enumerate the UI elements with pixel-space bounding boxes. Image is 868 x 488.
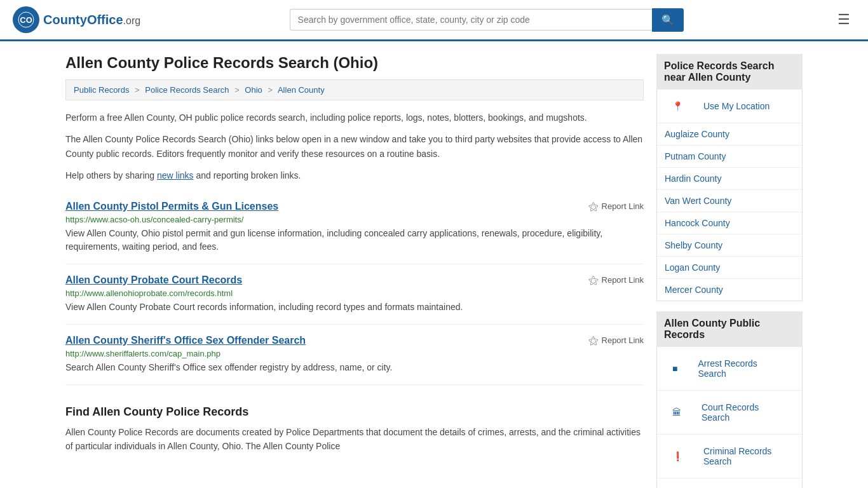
main-container: Allen County Police Records Search (Ohio… (53, 41, 815, 488)
public-records-icon-1: 🏛 (665, 402, 689, 423)
public-records-icon-2: ❗ (665, 445, 691, 467)
public-records-icon-0: ■ (665, 358, 685, 379)
content-area: Allen County Police Records Search (Ohio… (65, 54, 644, 488)
nearby-county-item[interactable]: Auglaize County (657, 123, 802, 146)
result-url-2[interactable]: http://www.sheriffalerts.com/cap_main.ph… (65, 349, 644, 358)
description-2: The Allen County Police Records Search (… (65, 132, 644, 161)
public-records-list: ■ Arrest Records Search 🏛 Court Records … (656, 347, 803, 488)
nearby-county-link-4[interactable]: Hancock County (657, 212, 802, 234)
breadcrumb-public-records[interactable]: Public Records (74, 85, 129, 95)
sidebar: Police Records Search near Allen County … (656, 54, 803, 488)
results-container: Allen County Pistol Permits & Gun Licens… (65, 191, 644, 385)
report-icon-0: ⚝ (588, 201, 599, 212)
nearby-county-item[interactable]: Shelby County (657, 234, 802, 257)
location-pin-icon: 📍 (665, 95, 691, 117)
use-location-item[interactable]: 📍 Use My Location (657, 90, 802, 123)
logo-text: CountyOffice.org (43, 13, 140, 27)
public-records-item[interactable]: 🏛 Court Records Search (657, 391, 802, 435)
result-item: Allen County Pistol Permits & Gun Licens… (65, 191, 644, 264)
nearby-county-link-5[interactable]: Shelby County (657, 234, 802, 256)
result-url-0[interactable]: https://www.acso-oh.us/concealed-carry-p… (65, 215, 644, 224)
result-item: Allen County Probate Court Records ⚝ Rep… (65, 264, 644, 325)
result-title-0[interactable]: Allen County Pistol Permits & Gun Licens… (65, 201, 278, 212)
nearby-county-item[interactable]: Mercer County (657, 279, 802, 301)
page-title: Allen County Police Records Search (Ohio… (65, 54, 644, 72)
find-section: Find Allen County Police Records Allen C… (65, 395, 644, 454)
public-records-link-0[interactable]: ■ Arrest Records Search (657, 347, 802, 390)
nearby-county-link-0[interactable]: Auglaize County (657, 123, 802, 145)
nearby-county-link-2[interactable]: Hardin County (657, 168, 802, 189)
nearby-county-list: 📍 Use My Location Auglaize CountyPutnam … (656, 90, 803, 301)
result-desc-1: View Allen County Probate Court records … (65, 301, 644, 314)
public-records-label-2: Criminal Records Search (696, 440, 794, 472)
public-records-label-1: Court Records Search (694, 396, 794, 428)
search-input[interactable] (290, 9, 652, 30)
logo-area: CO CountyOffice.org (13, 6, 140, 33)
public-records-label-3: Driving Records Search (696, 484, 794, 488)
nearby-county-item[interactable]: Putnam County (657, 146, 802, 168)
nearby-county-item[interactable]: Hancock County (657, 212, 802, 234)
report-icon-1: ⚝ (588, 274, 599, 286)
report-label-0: Report Link (602, 201, 644, 211)
breadcrumb: Public Records > Police Records Search >… (65, 79, 644, 100)
logo-icon: CO (13, 6, 39, 33)
result-title-1[interactable]: Allen County Probate Court Records (65, 274, 242, 286)
menu-button[interactable]: ☰ (832, 9, 855, 30)
find-description: Allen County Police Records are document… (65, 425, 644, 454)
report-label-1: Report Link (602, 275, 644, 285)
report-icon-2: ⚝ (588, 335, 599, 346)
result-desc-2: Search Allen County Sheriff's Office sex… (65, 361, 644, 374)
nearby-county-link-6[interactable]: Logan County (657, 257, 802, 278)
breadcrumb-allen-county[interactable]: Allen County (278, 85, 325, 95)
report-label-2: Report Link (602, 336, 644, 345)
public-records-section: Allen County Public Records ■ Arrest Rec… (656, 311, 803, 488)
public-records-link-1[interactable]: 🏛 Court Records Search (657, 391, 802, 434)
svg-text:CO: CO (20, 15, 32, 25)
search-button[interactable]: 🔍 (652, 8, 684, 32)
nearby-county-item[interactable]: Logan County (657, 257, 802, 279)
description-1: Perform a free Allen County, OH public p… (65, 111, 644, 125)
result-header: Allen County Pistol Permits & Gun Licens… (65, 201, 644, 212)
report-link-1[interactable]: ⚝ Report Link (588, 274, 644, 286)
nearby-county-link-1[interactable]: Putnam County (657, 146, 802, 167)
description-3: Help others by sharing new links and rep… (65, 168, 644, 182)
report-link-2[interactable]: ⚝ Report Link (588, 335, 644, 346)
breadcrumb-police-records-search[interactable]: Police Records Search (145, 85, 229, 95)
site-header: CO CountyOffice.org 🔍 ☰ (0, 0, 868, 41)
public-records-link-3[interactable]: 🚗 Driving Records Search (657, 478, 802, 488)
nearby-county-item[interactable]: Van Wert County (657, 190, 802, 212)
result-header: Allen County Probate Court Records ⚝ Rep… (65, 274, 644, 286)
new-links-link[interactable]: new links (157, 170, 194, 180)
public-records-item[interactable]: ❗ Criminal Records Search (657, 435, 802, 478)
result-header: Allen County Sheriff's Office Sex Offend… (65, 335, 644, 346)
public-records-link-2[interactable]: ❗ Criminal Records Search (657, 435, 802, 478)
public-records-label-0: Arrest Records Search (690, 353, 794, 384)
nearby-county-link-3[interactable]: Van Wert County (657, 190, 802, 212)
nearby-county-item[interactable]: Hardin County (657, 168, 802, 190)
search-area: 🔍 (290, 8, 684, 32)
public-records-item[interactable]: ■ Arrest Records Search (657, 347, 802, 391)
report-link-0[interactable]: ⚝ Report Link (588, 201, 644, 212)
result-title-2[interactable]: Allen County Sheriff's Office Sex Offend… (65, 335, 306, 346)
nearby-title: Police Records Search near Allen County (656, 54, 803, 90)
find-title: Find Allen County Police Records (65, 405, 644, 419)
nearby-section: Police Records Search near Allen County … (656, 54, 803, 301)
result-desc-0: View Allen County, Ohio pistol permit an… (65, 227, 644, 254)
public-records-title: Allen County Public Records (656, 311, 803, 347)
result-url-1[interactable]: http://www.allenohioprobate.com/records.… (65, 288, 644, 298)
breadcrumb-ohio[interactable]: Ohio (245, 85, 262, 95)
nearby-county-link-7[interactable]: Mercer County (657, 279, 802, 301)
use-location-label: Use My Location (696, 95, 777, 117)
public-records-item[interactable]: 🚗 Driving Records Search (657, 478, 802, 488)
result-item: Allen County Sheriff's Office Sex Offend… (65, 325, 644, 385)
